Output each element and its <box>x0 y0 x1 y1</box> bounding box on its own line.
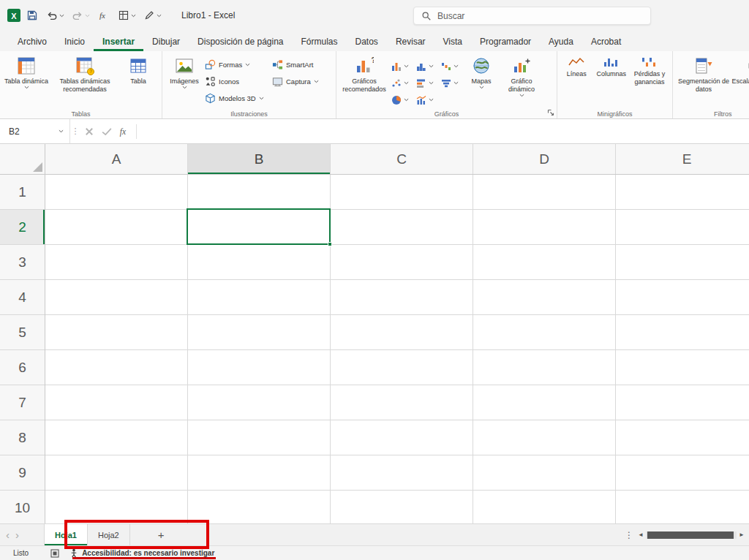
column-header-b[interactable]: B <box>188 144 331 174</box>
sparkline-winloss-button[interactable]: Pérdidas y ganancias <box>630 53 669 86</box>
screenshot-button[interactable]: Captura <box>271 74 329 89</box>
tab-inicio[interactable]: Inicio <box>56 33 94 51</box>
save-button[interactable] <box>23 7 41 24</box>
bar-chart-icon <box>416 78 426 88</box>
screenshot-label: Captura <box>286 77 311 86</box>
row-header-9[interactable]: 9 <box>0 455 45 491</box>
row-header-8[interactable]: 8 <box>0 420 45 455</box>
column-header-d[interactable]: D <box>473 144 616 174</box>
shapes-button[interactable]: Formas <box>203 57 271 72</box>
slicer-button[interactable]: Segmentación de datos <box>676 53 731 94</box>
pivot-chart-button[interactable]: Gráfico dinámico <box>499 53 544 97</box>
chevron-down-icon <box>453 81 459 85</box>
icons-button[interactable]: Iconos <box>203 74 271 89</box>
models-3d-button[interactable]: Modelos 3D <box>203 91 271 106</box>
column-header-e[interactable]: E <box>616 144 749 174</box>
customize-qat-button[interactable] <box>141 7 164 24</box>
formula-bar-drag-dots[interactable]: ⋮ <box>70 126 80 136</box>
maps-button[interactable]: Mapas <box>464 53 499 89</box>
chevron-down-icon <box>404 98 409 102</box>
column-header-c[interactable]: C <box>331 144 473 174</box>
add-sheet-button[interactable]: + <box>151 529 172 541</box>
save-icon <box>26 10 38 21</box>
sparkline-winloss-label: Pérdidas y ganancias <box>630 70 669 86</box>
cancel-button[interactable] <box>80 123 98 140</box>
scroll-left-icon[interactable]: ◄ <box>638 531 644 538</box>
timeline-label: Escala de tiempo <box>731 77 749 86</box>
insert-column-chart-button[interactable] <box>389 61 414 72</box>
pictures-button[interactable]: Imágenes <box>165 53 203 89</box>
sheet-tab-hoja2[interactable]: Hoja2 <box>88 524 130 545</box>
insert-bar-chart-button[interactable] <box>414 78 439 88</box>
name-box[interactable]: B2 <box>0 119 70 143</box>
tab-dibujar[interactable]: Dibujar <box>143 33 189 51</box>
sheet-nav-right-icon[interactable]: › <box>15 529 25 541</box>
pictures-label: Imágenes <box>170 77 199 86</box>
column-header-a[interactable]: A <box>45 144 188 174</box>
enter-button[interactable] <box>98 123 116 140</box>
row-header-3[interactable]: 3 <box>0 245 45 280</box>
row-header-1[interactable]: 1 <box>0 175 45 210</box>
chart-type-grid <box>389 53 464 108</box>
redo-button[interactable] <box>69 7 92 24</box>
qat-table-button[interactable] <box>116 7 138 24</box>
table-button[interactable]: Tabla <box>120 53 157 86</box>
undo-button[interactable] <box>44 7 67 24</box>
accessibility-status-label[interactable]: Accesibilidad: es necesario investigar <box>82 549 214 557</box>
row-header-7[interactable]: 7 <box>0 385 45 420</box>
sheet-tab-hoja1[interactable]: Hoja1 <box>44 524 88 545</box>
tab-archivo[interactable]: Archivo <box>9 33 56 51</box>
fill-handle[interactable] <box>328 242 332 246</box>
tab-ayuda[interactable]: Ayuda <box>540 33 582 51</box>
sheet-nav-left-icon[interactable]: ‹ <box>0 529 15 541</box>
sparkline-column-button[interactable]: Columnas <box>593 53 630 78</box>
cells-area[interactable] <box>45 175 749 523</box>
insert-combo-chart-button[interactable] <box>414 95 439 105</box>
search-box[interactable]: Buscar <box>413 7 651 25</box>
fx-icon: fx <box>98 10 110 21</box>
scrollbar-track[interactable] <box>646 531 737 539</box>
tab-disposicion[interactable]: Disposición de página <box>189 33 292 51</box>
insert-pie-chart-button[interactable] <box>389 95 414 105</box>
tab-acrobat[interactable]: Acrobat <box>582 33 630 51</box>
row-header-4[interactable]: 4 <box>0 280 45 315</box>
insert-funnel-chart-button[interactable] <box>439 78 464 88</box>
pictures-icon <box>175 56 194 75</box>
smartart-button[interactable]: SmartArt <box>271 57 329 72</box>
sheet-bar-dots-icon[interactable]: ⋮ <box>625 530 633 540</box>
tab-revisar[interactable]: Revisar <box>387 33 434 51</box>
sparkline-line-button[interactable]: Líneas <box>560 53 593 78</box>
insert-hierarchy-chart-button[interactable] <box>414 61 439 72</box>
chevron-down-icon <box>404 81 409 85</box>
tab-insertar[interactable]: Insertar <box>94 33 143 51</box>
select-all-corner[interactable] <box>0 144 45 175</box>
row-header-5[interactable]: 5 <box>0 315 45 350</box>
tab-formulas[interactable]: Fórmulas <box>293 33 347 51</box>
chevron-down-icon <box>429 81 434 85</box>
row-header-10[interactable]: 10 <box>0 491 45 523</box>
insert-waterfall-chart-button[interactable] <box>439 61 464 72</box>
annotation-underline <box>72 557 216 559</box>
row-header-2[interactable]: 2 <box>0 210 45 245</box>
row-header-6[interactable]: 6 <box>0 350 45 385</box>
tab-vista[interactable]: Vista <box>434 33 471 51</box>
horizontal-scrollbar[interactable]: ◄ ► <box>638 530 745 540</box>
formula-input[interactable] <box>140 119 749 143</box>
scroll-right-icon[interactable]: ► <box>739 531 745 538</box>
timeline-button[interactable]: Escala de tiempo <box>731 53 749 86</box>
insert-scatter-chart-button[interactable] <box>389 78 414 88</box>
recommended-pivot-tables-button[interactable]: ? Tablas dinámicas recomendadas <box>50 53 120 94</box>
insert-function-qat-button[interactable]: fx <box>95 7 113 24</box>
tab-programador[interactable]: Programador <box>471 33 540 51</box>
scrollbar-thumb[interactable] <box>647 531 734 539</box>
insert-function-button[interactable]: fx <box>116 123 133 140</box>
tab-datos[interactable]: Datos <box>347 33 387 51</box>
macro-record-icon[interactable] <box>50 549 59 558</box>
recommended-pivot-tables-label: Tablas dinámicas recomendadas <box>50 77 120 94</box>
scatter-chart-icon <box>391 78 402 88</box>
sparkline-line-label: Líneas <box>567 70 587 78</box>
pivot-table-button[interactable]: Tabla dinámica <box>3 53 50 89</box>
recommended-charts-button[interactable]: ? Gráficos recomendados <box>339 53 389 94</box>
column-chart-icon <box>391 61 402 72</box>
status-ready-label: Listo <box>13 549 29 557</box>
